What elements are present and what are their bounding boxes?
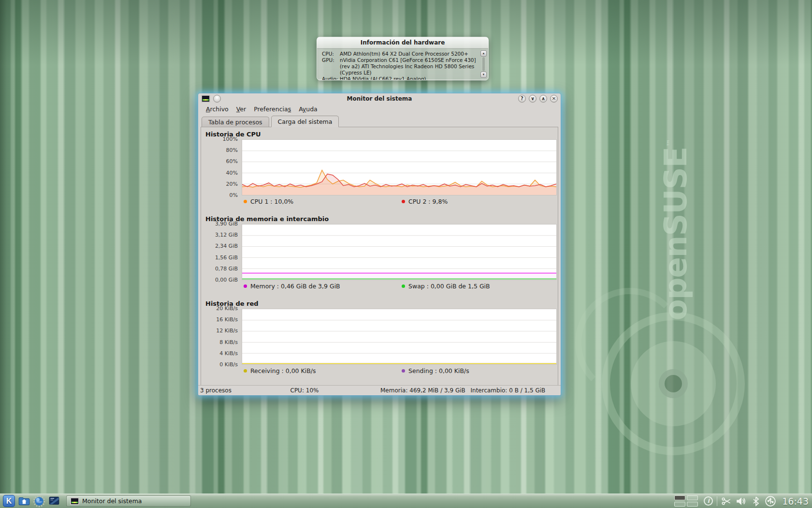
pager-desktop-4[interactable] [687, 502, 698, 507]
section-heading: Historia de red [201, 299, 558, 309]
swap-dot-icon [402, 284, 405, 288]
desktop-icon [48, 495, 60, 508]
y-axis-tick: 16 KiB/s [216, 316, 238, 323]
volume-button[interactable] [736, 496, 747, 507]
y-axis-tick: 20 KiB/s [216, 305, 238, 312]
memory-history-section: Historia de memoria e intercambio 3,90 G… [201, 214, 558, 292]
y-axis-tick: 0 KiB/s [219, 361, 238, 368]
menu-archivo[interactable]: Archivo [202, 105, 232, 114]
network-y-axis: 20 KiB/s16 KiB/s12 KiB/s8 KiB/s4 KiB/s0 … [201, 309, 242, 365]
legend-label: Sending : 0,00 KiB/s [408, 367, 469, 374]
hardware-row-label: CPU: [322, 51, 340, 57]
y-axis-tick: 100% [223, 136, 238, 142]
y-axis-tick: 8 KiB/s [219, 339, 238, 345]
y-axis-tick: 3,12 GiB [215, 232, 238, 238]
maximize-button[interactable]: ∧ [539, 95, 547, 103]
legend-cpu1: CPU 1 : 10,0% [242, 198, 400, 205]
globe-gear-icon [33, 495, 45, 508]
status-bar: 3 procesos CPU: 10% Memoria: 469,2 MiB /… [198, 385, 561, 395]
tab-carga-del-sistema[interactable]: Carga del sistema [271, 116, 339, 127]
menu-ver[interactable]: Ver [232, 105, 250, 114]
home-folder-icon [18, 495, 30, 508]
opensuse-wordmark: openSUSE™ [658, 139, 694, 321]
scroll-up-button[interactable]: ▲ [480, 50, 487, 57]
hardware-widget-body: CPU: AMD Athlon(tm) 64 X2 Dual Core Proc… [317, 49, 488, 80]
y-axis-tick: 4 KiB/s [219, 350, 238, 357]
hardware-row-label: Audio: [322, 76, 340, 80]
y-axis-tick: 0,78 GiB [215, 266, 238, 272]
y-axis-tick: 20% [226, 181, 238, 187]
section-heading: Historia de CPU [201, 130, 558, 139]
legend-receiving: Receiving : 0,00 KiB/s [242, 367, 400, 374]
task-label: Monitor del sistema [82, 497, 142, 505]
cpu2-dot-icon [402, 200, 405, 203]
menu-ayuda[interactable]: Ayuda [295, 105, 321, 114]
hardware-row: GPU: nVidia Corporation C61 [GeForce 615… [322, 57, 478, 76]
virtual-desktop-pager [674, 495, 698, 507]
y-axis-tick: 2,34 GiB [215, 243, 238, 249]
web-globe-button[interactable] [32, 495, 45, 508]
cpu-history-section: Historia de CPU 100%80%60%40%20%0% CPU 1… [201, 130, 558, 207]
hardware-row: Audio: HDA NVidia (ALC662 rev1 Analog) [322, 76, 478, 80]
hardware-widget-title: Información del hardware [317, 37, 488, 49]
pager-desktop-3[interactable] [674, 502, 685, 507]
y-axis-tick: 3,90 GiB [215, 221, 238, 227]
network-chart-canvas [242, 309, 556, 364]
scissors-icon [721, 496, 732, 507]
legend-label: CPU 2 : 9,8% [408, 198, 448, 205]
legend-memory: Memory : 0,46 GiB de 3,9 GiB [242, 283, 400, 290]
usb-icon [765, 495, 776, 507]
status-processes: 3 procesos [200, 387, 290, 394]
task-button-system-monitor[interactable]: Monitor del sistema [66, 495, 191, 507]
y-axis-tick: 1,56 GiB [215, 254, 238, 261]
bluetooth-icon [751, 496, 761, 507]
hardware-row-value: AMD Athlon(tm) 64 X2 Dual Core Processor… [340, 51, 478, 57]
scrollbar-track[interactable] [482, 57, 485, 71]
close-button[interactable]: ✕ [550, 95, 558, 103]
network-legend: Receiving : 0,00 KiB/s Sending : 0,00 Ki… [242, 365, 558, 376]
menu-preferencias[interactable]: Preferencias [250, 105, 295, 114]
geeko-watermark [602, 312, 745, 455]
hardware-row-value: nVidia Corporation C61 [GeForce 6150SE n… [340, 57, 478, 76]
hardware-row-value: HDA NVidia (ALC662 rev1 Analog) [340, 76, 478, 80]
y-axis-tick: 80% [226, 147, 238, 153]
y-axis-tick: 0,00 GiB [215, 277, 238, 283]
menu-bar: Archivo Ver Preferencias Ayuda [198, 104, 561, 115]
clock[interactable]: 16:43 [782, 496, 809, 507]
hardware-widget-scrollbar[interactable]: ▲ ▼ [480, 50, 487, 78]
window-titlebar[interactable]: Monitor del sistema ? ∨ ∧ ✕ [198, 93, 561, 104]
cpu-y-axis: 100%80%60%40%20%0% [201, 139, 242, 195]
device-notifier-button[interactable] [765, 495, 776, 507]
pager-desktop-1[interactable] [674, 495, 685, 500]
status-memory: Memoria: 469,2 MiB / 3,9 GiB [380, 387, 471, 394]
tab-bar: Tabla de procesos Carga del sistema [201, 115, 558, 127]
legend-swap: Swap : 0,00 GiB de 1,5 GiB [400, 283, 558, 290]
hardware-info-widget: Información del hardware CPU: AMD Athlon… [317, 37, 489, 80]
taskbar: K Moni [0, 493, 812, 508]
show-desktop-button[interactable] [47, 495, 60, 508]
legend-label: Memory : 0,46 GiB de 3,9 GiB [250, 283, 340, 290]
y-axis-tick: 40% [226, 170, 238, 176]
minimize-button[interactable]: ∨ [529, 95, 536, 103]
memory-chart-canvas [242, 224, 556, 280]
bluetooth-button[interactable] [751, 496, 761, 507]
notifications-info-icon[interactable]: i [704, 496, 713, 506]
cpu-chart-canvas [242, 140, 556, 195]
klipper-button[interactable] [721, 496, 732, 507]
y-axis-tick: 12 KiB/s [216, 328, 238, 334]
system-monitor-window: Monitor del sistema ? ∨ ∧ ✕ Archivo Ver … [198, 93, 561, 395]
tab-tabla-de-procesos[interactable]: Tabla de procesos [202, 117, 269, 127]
desktop: openSUSE™ Información del hardware CPU: … [0, 0, 812, 508]
section-heading: Historia de memoria e intercambio [201, 214, 558, 224]
pager-desktop-2[interactable] [687, 495, 698, 500]
memory-dot-icon [244, 284, 247, 288]
home-folder-button[interactable] [17, 495, 30, 508]
scroll-down-button[interactable]: ▼ [480, 72, 487, 78]
help-button[interactable]: ? [518, 95, 526, 103]
sticky-button[interactable] [213, 95, 221, 103]
kmenu-button[interactable]: K [2, 495, 15, 508]
speaker-icon [736, 496, 747, 507]
status-cpu: CPU: 10% [290, 387, 381, 394]
sending-dot-icon [402, 369, 405, 373]
tray-separator [717, 496, 717, 506]
